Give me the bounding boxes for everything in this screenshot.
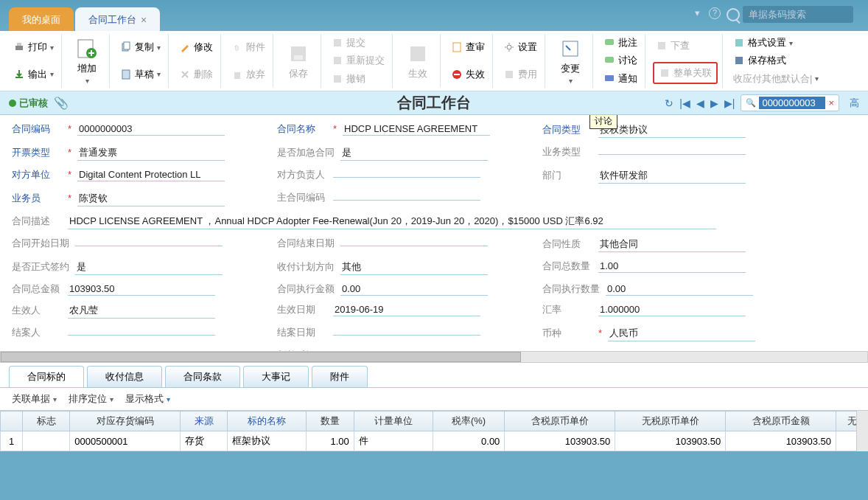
print-button[interactable]: 打印▾ <box>10 39 57 55</box>
biztype-value[interactable] <box>598 153 746 155</box>
delete-button[interactable]: 删除 <box>176 66 216 83</box>
invoice-value[interactable]: 普通发票 <box>77 145 225 161</box>
refresh-icon[interactable]: ↻ <box>665 97 673 109</box>
nature-value[interactable]: 其他合同 <box>598 237 746 252</box>
save-format-button[interactable]: 保存格式 <box>730 52 822 69</box>
col-source[interactable]: 来源 <box>181 412 228 431</box>
eff-date-value[interactable]: 2019-06-19 <box>333 303 480 316</box>
settings-button[interactable]: 设置 <box>500 39 540 55</box>
currency-value[interactable]: 人民币 <box>608 326 755 341</box>
svg-rect-13 <box>410 46 425 61</box>
rate-value[interactable]: 1.000000 <box>598 303 746 316</box>
discard-button[interactable]: 放弃 <box>228 66 268 83</box>
party-value[interactable]: Digital Content Protection LL <box>77 168 225 181</box>
revoke-button[interactable]: 撤销 <box>329 71 388 87</box>
lookup-button[interactable]: 下查 <box>653 38 718 54</box>
search-input[interactable] <box>743 6 853 23</box>
sort-button[interactable]: 排序定位▾ <box>69 392 113 406</box>
annotate-button[interactable]: 批注 <box>601 35 640 51</box>
tab-terms[interactable]: 合同条款 <box>165 366 240 387</box>
tab-desktop[interactable]: 我的桌面 <box>9 7 74 31</box>
discuss-button[interactable]: 讨论 <box>601 52 640 69</box>
qty-value[interactable]: 1.00 <box>598 260 746 273</box>
col-inv-code[interactable]: 对应存货编码 <box>70 412 181 431</box>
svg-rect-17 <box>505 71 513 78</box>
plan-dir-value[interactable]: 其他 <box>340 260 488 275</box>
currency-label: 币种 <box>542 327 592 340</box>
code-value[interactable]: 0000000003 <box>77 122 225 136</box>
change-button[interactable]: 变更▾ <box>553 34 588 88</box>
signed-value[interactable]: 是 <box>75 260 223 275</box>
add-button[interactable]: 增加▾ <box>69 34 105 88</box>
global-search <box>727 6 853 23</box>
col-qty[interactable]: 数量 <box>307 412 354 431</box>
first-icon[interactable]: |◀ <box>679 97 690 109</box>
table-row[interactable]: 1 0000500001 存货 框架协议 1.00 件 0.00 103903.… <box>1 431 868 451</box>
col-unit[interactable]: 计量单位 <box>354 412 433 431</box>
main-code-value[interactable] <box>333 198 480 201</box>
effect-button[interactable]: 生效 <box>400 39 435 83</box>
exec-qty-value[interactable]: 0.00 <box>606 282 753 296</box>
urgent-value[interactable]: 是 <box>340 145 488 161</box>
resubmit-button[interactable]: 重新提交 <box>329 52 388 69</box>
name-value[interactable]: HDCP LICENSE AGREEMENT <box>343 122 490 136</box>
attachment-button[interactable]: 附件 <box>228 39 268 55</box>
notify-button[interactable]: 通知 <box>601 71 640 87</box>
tab-attach[interactable]: 附件 <box>312 366 368 387</box>
save-button[interactable]: 保存 <box>281 39 316 83</box>
close-date-value[interactable] <box>333 333 480 336</box>
dept-value[interactable]: 软件研发部 <box>598 168 746 184</box>
svg-rect-20 <box>605 57 614 63</box>
v-scrollbar[interactable] <box>856 411 868 451</box>
col-notax-price[interactable]: 无税原币单价 <box>615 412 726 431</box>
close-icon[interactable]: × <box>141 14 147 26</box>
clear-icon[interactable]: × <box>828 97 834 108</box>
biztype-label: 业务类型 <box>542 145 592 159</box>
col-tax-price[interactable]: 含税原币单价 <box>505 412 615 431</box>
tab-events[interactable]: 大事记 <box>243 366 309 387</box>
col-tax-rate[interactable]: 税率(%) <box>433 412 505 431</box>
start-value[interactable] <box>75 244 223 246</box>
party-mgr-value[interactable] <box>333 176 480 178</box>
col-target-name[interactable]: 标的名称 <box>228 412 307 431</box>
desc-value[interactable]: HDCP LICENSE AGREEMENT ，Annual HDCP Adop… <box>68 214 716 229</box>
effector-value[interactable]: 农凡莹 <box>68 303 215 319</box>
default-combo[interactable]: 收应付其他默认合|▾ <box>730 71 822 87</box>
urgent-label: 是否加急合同 <box>277 146 335 159</box>
col-mark[interactable]: 标志 <box>23 412 70 431</box>
sales-value[interactable]: 陈贤钦 <box>77 191 225 206</box>
display-button[interactable]: 显示格式▾ <box>125 392 170 406</box>
end-value[interactable] <box>340 244 488 246</box>
total-label: 合同总金额 <box>12 282 62 296</box>
format-button[interactable]: 格式设置▾ <box>730 35 822 51</box>
invalid-button[interactable]: 失效 <box>448 66 488 83</box>
modify-button[interactable]: 修改 <box>176 39 216 55</box>
total-value[interactable]: 103903.50 <box>68 282 215 296</box>
type-value[interactable]: 授权类协议 <box>598 122 746 138</box>
link-whole-button[interactable]: 整单关联 <box>653 62 718 84</box>
tab-workbench[interactable]: 合同工作台 × <box>75 7 160 31</box>
copy-button[interactable]: 复制▾ <box>117 39 164 55</box>
cost-button[interactable]: 费用 <box>500 66 540 83</box>
exec-amt-value[interactable]: 0.00 <box>340 282 488 296</box>
svg-rect-24 <box>735 39 743 46</box>
record-search-input[interactable] <box>759 97 825 109</box>
tab-payment[interactable]: 收付信息 <box>87 366 162 387</box>
closer-value[interactable] <box>68 333 215 336</box>
paperclip-icon[interactable]: 📎 <box>54 96 69 110</box>
export-button[interactable]: 输出▾ <box>10 66 57 83</box>
h-scrollbar[interactable] <box>0 351 868 363</box>
audit-button[interactable]: 查审 <box>448 39 488 55</box>
advanced-link[interactable]: 高 <box>850 97 859 110</box>
dropdown-icon[interactable]: ▾ <box>695 7 700 19</box>
submit-button[interactable]: 提交 <box>329 35 388 51</box>
svg-rect-10 <box>334 39 341 46</box>
last-icon[interactable]: ▶| <box>724 97 735 109</box>
col-tax-amount[interactable]: 含税原币金额 <box>726 412 836 431</box>
help-icon[interactable]: ? <box>709 7 721 19</box>
next-icon[interactable]: ▶ <box>710 97 718 109</box>
related-button[interactable]: 关联单据▾ <box>12 392 57 406</box>
draft-button[interactable]: 草稿▾ <box>117 66 164 83</box>
tab-target[interactable]: 合同标的 <box>9 366 84 387</box>
prev-icon[interactable]: ◀ <box>696 97 704 109</box>
